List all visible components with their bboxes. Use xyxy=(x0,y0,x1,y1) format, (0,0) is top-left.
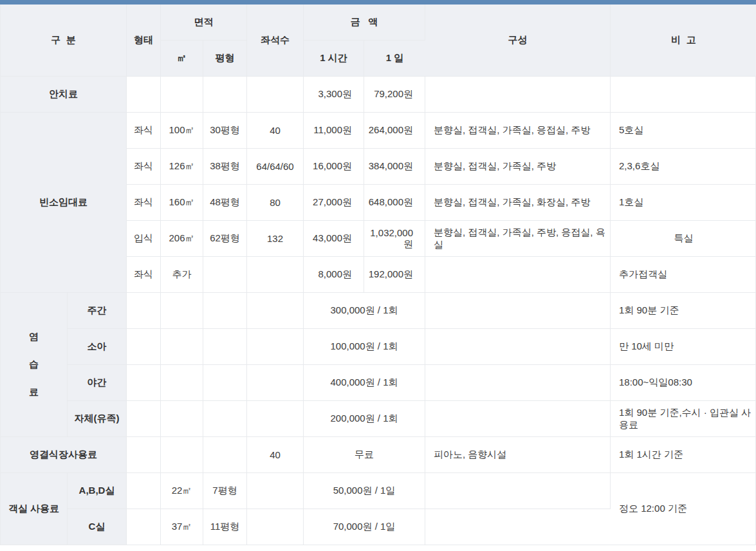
cell-sqm: 160㎡ xyxy=(161,185,203,221)
cell-price-merged: 200,000원 / 1회 xyxy=(304,401,425,437)
cell-empty xyxy=(161,401,203,437)
cell-empty xyxy=(425,293,611,329)
row-yeomseup-4: 자체(유족) 200,000원 / 1회 1회 90분 기준,수시 · 입관실 … xyxy=(1,401,756,437)
cell-empty xyxy=(247,509,304,545)
row-label-yeomseup: 염 습 료 xyxy=(1,293,68,437)
cell-empty xyxy=(203,401,247,437)
header-area-sqm: ㎡ xyxy=(161,41,203,77)
cell-empty xyxy=(203,365,247,401)
table-top-accent-bar xyxy=(0,0,756,5)
cell-pyeong: 38평형 xyxy=(203,149,247,185)
row-yeomseup-1: 염 습 료 주간 300,000원 / 1회 1회 90분 기준 xyxy=(1,293,756,329)
cell-hour-price: 3,300원 xyxy=(304,77,364,113)
row-yeomseup-3: 야간 400,000원 / 1회 18:00~익일08:30 xyxy=(1,365,756,401)
header-area-pyeong: 평형 xyxy=(203,41,247,77)
header-area: 면적 xyxy=(161,5,247,41)
cell-price-merged: 100,000원 / 1회 xyxy=(304,329,425,365)
cell-note: 1회 90분 기준,수시 · 입관실 사용료 xyxy=(611,401,756,437)
row-anchi: 안치료 3,300원 79,200원 xyxy=(1,77,756,113)
cell-empty xyxy=(247,329,304,365)
cell-empty xyxy=(247,293,304,329)
cell-note: 5호실 xyxy=(611,113,756,149)
header-amount-hour: 1 시간 xyxy=(304,41,364,77)
cell-price-merged: 50,000원 / 1일 xyxy=(304,473,425,509)
cell-price-merged: 400,000원 / 1회 xyxy=(304,365,425,401)
cell-empty xyxy=(127,401,161,437)
cell-note: 1회 1시간 기준 xyxy=(611,437,756,473)
cell-note-merged: 정오 12:00 기준 xyxy=(611,473,756,545)
cell-hour-price: 16,000원 xyxy=(304,149,364,185)
cell-hour-price: 8,000원 xyxy=(304,257,364,293)
cell-type: 입식 xyxy=(127,221,161,257)
cell-empty xyxy=(161,437,203,473)
cell-empty xyxy=(127,329,161,365)
row-sublabel: 소아 xyxy=(68,329,127,365)
cell-type: 좌식 xyxy=(127,185,161,221)
pricing-table-wrapper: 구 분 형태 면적 좌석수 금 액 구성 비 고 ㎡ 평형 1 시간 1 일 xyxy=(0,5,756,545)
cell-composition: 분향실, 접객실, 가족실, 주방, 응접실, 욕실 xyxy=(425,221,611,257)
cell-note: 1회 90분 기준 xyxy=(611,293,756,329)
cell-empty xyxy=(127,437,161,473)
cell-seats: 64/64/60 xyxy=(247,149,304,185)
cell-composition: 분향실, 접객실, 가족실, 화장실, 주방 xyxy=(425,185,611,221)
cell-seats: 40 xyxy=(247,113,304,149)
cell-seats: 80 xyxy=(247,185,304,221)
row-gaeksil-1: 객실 사용료 A,B,D실 22㎡ 7평형 50,000원 / 1일 정오 12… xyxy=(1,473,756,509)
cell-sqm: 22㎡ xyxy=(161,473,203,509)
cell-day-price: 264,000원 xyxy=(364,113,425,149)
cell-empty xyxy=(203,329,247,365)
cell-empty xyxy=(161,329,203,365)
cell-empty xyxy=(127,77,161,113)
cell-pyeong: 48평형 xyxy=(203,185,247,221)
row-yeonggyeol: 영결식장사용료 40 무료 피아노, 음향시설 1회 1시간 기준 xyxy=(1,437,756,473)
cell-sqm: 37㎡ xyxy=(161,509,203,545)
cell-empty xyxy=(425,473,611,509)
cell-empty xyxy=(247,473,304,509)
table-header: 구 분 형태 면적 좌석수 금 액 구성 비 고 ㎡ 평형 1 시간 1 일 xyxy=(1,5,756,77)
cell-hour-price: 27,000원 xyxy=(304,185,364,221)
header-amount: 금 액 xyxy=(304,5,425,41)
cell-hour-price: 11,000원 xyxy=(304,113,364,149)
cell-price-merged: 70,000원 / 1일 xyxy=(304,509,425,545)
cell-type: 좌식 xyxy=(127,113,161,149)
cell-seats xyxy=(247,257,304,293)
cell-sqm: 100㎡ xyxy=(161,113,203,149)
cell-empty xyxy=(247,365,304,401)
cell-day-price: 648,000원 xyxy=(364,185,425,221)
row-label-binso: 빈소임대료 xyxy=(1,113,127,293)
row-label-yeonggyeol: 영결식장사용료 xyxy=(1,437,127,473)
row-sublabel: 야간 xyxy=(68,365,127,401)
cell-pyeong: 62평형 xyxy=(203,221,247,257)
cell-empty xyxy=(611,77,756,113)
cell-day-price: 1,032,000원 xyxy=(364,221,425,257)
pricing-page: 구 분 형태 면적 좌석수 금 액 구성 비 고 ㎡ 평형 1 시간 1 일 xyxy=(0,0,756,551)
cell-empty xyxy=(161,293,203,329)
cell-price-merged: 300,000원 / 1회 xyxy=(304,293,425,329)
cell-note: 1호실 xyxy=(611,185,756,221)
row-sublabel: C실 xyxy=(68,509,127,545)
header-note: 비 고 xyxy=(611,5,756,77)
header-seats: 좌석수 xyxy=(247,5,304,77)
cell-composition: 분향실, 접객실, 가족실, 응접실, 주방 xyxy=(425,113,611,149)
row-label-gaeksil: 객실 사용료 xyxy=(1,473,68,545)
cell-pyeong: 11평형 xyxy=(203,509,247,545)
header-amount-day: 1 일 xyxy=(364,41,425,77)
cell-empty xyxy=(203,437,247,473)
cell-empty xyxy=(161,365,203,401)
cell-composition: 피아노, 음향시설 xyxy=(425,437,611,473)
cell-empty xyxy=(425,329,611,365)
cell-empty xyxy=(203,293,247,329)
cell-empty xyxy=(247,401,304,437)
header-composition: 구성 xyxy=(425,5,611,77)
cell-empty xyxy=(127,473,161,509)
cell-day-price: 384,000원 xyxy=(364,149,425,185)
cell-empty xyxy=(425,77,611,113)
cell-empty xyxy=(247,77,304,113)
funeral-hall-pricing-table: 구 분 형태 면적 좌석수 금 액 구성 비 고 ㎡ 평형 1 시간 1 일 xyxy=(1,5,756,545)
cell-note: 만 10세 미만 xyxy=(611,329,756,365)
cell-seats: 40 xyxy=(247,437,304,473)
row-yeomseup-2: 소아 100,000원 / 1회 만 10세 미만 xyxy=(1,329,756,365)
cell-empty xyxy=(127,293,161,329)
cell-type: 좌식 xyxy=(127,149,161,185)
cell-note: 18:00~익일08:30 xyxy=(611,365,756,401)
